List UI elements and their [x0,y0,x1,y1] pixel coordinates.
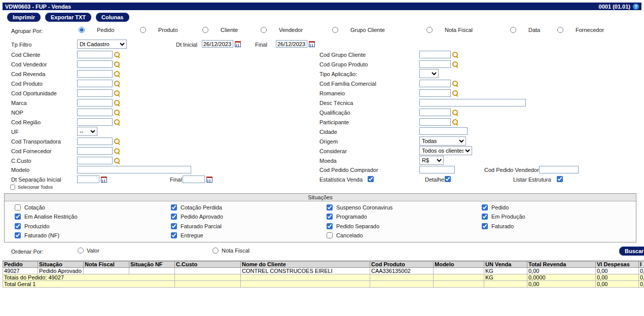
agrupar-radio-vendedor[interactable] [261,27,267,33]
agrupar-option-pedido[interactable]: Pedido [79,27,114,33]
cod-grupo-cliente-input[interactable] [419,51,451,58]
romaneio-input[interactable] [419,89,451,97]
situacao-pedido-separado-checkbox[interactable] [327,223,333,229]
situacao-em-analise-restricao[interactable]: Em Analise Restrição [15,214,78,220]
c-custo-lookup-icon[interactable] [114,158,120,164]
situacao-suspenso-coronavirus-checkbox[interactable] [327,204,333,210]
qualificacao-input[interactable] [419,109,451,116]
col-header-modelo[interactable]: Modelo [434,261,484,268]
cod-grupo-produto-input[interactable] [419,60,451,68]
col-header-situacao-nf[interactable]: Situação NF [129,261,175,268]
selecionar-todos-checkbox[interactable] [10,185,15,190]
ordenar-radio-valor[interactable] [78,248,84,254]
uf-select[interactable]: -- [77,127,97,136]
col-header-un-venda[interactable]: UN Venda [484,261,527,268]
agrupar-option-grupo-cliente[interactable]: Grupo Cliente [332,27,385,33]
table-row[interactable]: 49027 Pedido Aprovado CONTREL CONSTRUCOE… [3,268,644,274]
estatistica-venda-field[interactable] [368,176,374,182]
buscar-button[interactable]: Buscar [619,247,644,256]
col-header-clipped[interactable]: I [639,261,644,268]
dt-final-input[interactable] [276,40,307,48]
exportar-txt-button[interactable]: Exportar TXT [45,13,91,22]
help-icon[interactable]: ? [633,4,639,10]
agrupar-option-nota-fiscal[interactable]: Nota Fiscal [426,27,473,33]
situacao-pedido-aprovado-checkbox[interactable] [171,214,177,220]
situacao-faturado-parcial-checkbox[interactable] [171,223,177,229]
situacao-faturado-nf-checkbox[interactable] [15,232,21,238]
cod-fornecedor-input[interactable] [77,147,113,155]
cod-regiao-input[interactable] [77,118,113,126]
dt-separacao-final-input[interactable] [183,175,205,183]
cod-transportadora-input[interactable] [77,137,113,145]
ordenar-option-valor[interactable]: Valor [78,248,99,254]
situacao-produzido[interactable]: Produzido [15,223,50,229]
situacao-pedido-checkbox[interactable] [482,204,488,210]
listar-estrutura-field[interactable] [557,176,563,182]
listar-estrutura-checkbox[interactable] [557,176,563,182]
situacao-cotacao-perdida[interactable]: Cotação Perdida [171,204,222,210]
situacao-suspenso-coronavirus[interactable]: Suspenso Coronavirus [327,204,392,210]
situacao-faturado-parcial[interactable]: Faturado Parcial [171,223,222,229]
cod-produto-input[interactable] [77,80,113,87]
agrupar-radio-nota-fiscal[interactable] [426,27,433,33]
ordenar-radio-nota-fiscal[interactable] [212,248,219,254]
nop-lookup-icon[interactable] [114,110,120,116]
situacao-produzido-checkbox[interactable] [15,223,21,229]
dt-inicial-calendar-icon[interactable] [235,41,241,47]
cod-transportadora-lookup-icon[interactable] [114,138,120,145]
modelo-input[interactable] [77,166,191,173]
cod-vendedor-lookup-icon[interactable] [114,61,120,67]
moeda-select[interactable]: R$ [419,156,444,165]
origem-select[interactable]: Todas [419,136,466,146]
agrupar-option-data[interactable]: Data [510,27,540,33]
situacao-em-producao[interactable]: Em Produção [482,214,525,220]
cod-grupo-produto-lookup-icon[interactable] [452,61,458,67]
detalhes-field[interactable] [445,176,451,182]
situacao-pedido-separado[interactable]: Pedido Separado [327,223,379,229]
cidade-input[interactable] [419,127,468,135]
imprimir-button[interactable]: Imprimir [7,13,41,22]
cod-familia-comercial-input[interactable] [419,80,451,87]
col-header-cod-produto[interactable]: Cod Produto [370,261,434,268]
col-header-situacao[interactable]: Situação [38,261,84,268]
situacao-faturado[interactable]: Faturado [482,223,514,229]
situacao-cancelado[interactable]: Cancelado [327,232,363,238]
tp-filtro-select[interactable]: Dt Cadastro [77,40,127,49]
cod-familia-comercial-lookup-icon[interactable] [452,81,458,87]
agrupar-radio-data[interactable] [510,27,516,33]
dt-final-calendar-icon[interactable] [309,41,315,47]
agrupar-radio-cliente[interactable] [202,27,208,33]
considerar-select[interactable]: Todos os clientes [419,146,472,155]
col-header-total-revenda[interactable]: Total Revenda [527,261,596,268]
agrupar-option-fornecedor[interactable]: Fornecedor [557,27,604,33]
detalhes-checkbox[interactable] [445,176,451,182]
tipo-aplicacao-select[interactable] [419,69,439,78]
romaneio-lookup-icon[interactable] [452,90,458,96]
situacao-programado[interactable]: Programado [327,214,367,220]
situacao-entregue-checkbox[interactable] [171,232,177,238]
agrupar-radio-pedido[interactable] [79,27,85,33]
situacao-pedido[interactable]: Pedido [482,204,509,210]
dt-separacao-inicial-input[interactable] [77,175,99,183]
col-header-pedido[interactable]: Pedido [3,261,38,268]
selecionar-todos-field[interactable]: Selecionar Todos [10,185,53,190]
cod-grupo-cliente-lookup-icon[interactable] [452,52,458,58]
agrupar-option-cliente[interactable]: Cliente [202,27,238,33]
col-header-c-custo[interactable]: C.Custo [175,261,241,268]
nop-input[interactable] [77,109,113,116]
col-header-nota-fiscal[interactable]: Nota Fiscal [84,261,129,268]
ordenar-option-nota-fiscal[interactable]: Nota Fiscal [212,248,249,254]
agrupar-radio-produto[interactable] [140,27,146,33]
dt-separacao-final-calendar-icon[interactable] [206,177,212,183]
agrupar-option-vendedor[interactable]: Vendedor [261,27,303,33]
situacao-em-producao-checkbox[interactable] [482,214,488,220]
qualificacao-lookup-icon[interactable] [452,110,458,116]
col-header-vl-despesas[interactable]: Vl Despesas [596,261,639,268]
situacao-pedido-aprovado[interactable]: Pedido Aprovado [171,214,223,220]
cod-regiao-lookup-icon[interactable] [114,119,120,125]
situacao-programado-checkbox[interactable] [327,214,333,220]
col-header-nome-cliente[interactable]: Nome do Cliente [241,261,370,268]
cod-cliente-lookup-icon[interactable] [114,52,120,58]
agrupar-option-produto[interactable]: Produto [140,27,178,33]
cod-pedido-vendedor-input[interactable] [539,166,579,173]
